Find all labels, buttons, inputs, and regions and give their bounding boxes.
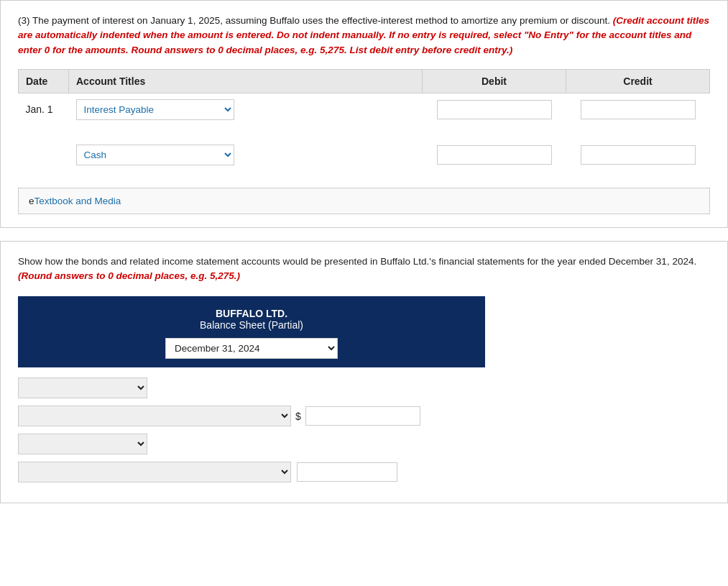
bs-company-name: BUFFALO LTD. xyxy=(32,308,471,319)
section2-plain: Show how the bonds and related income st… xyxy=(18,256,696,267)
bs-row-3: Long-term Liabilities Current Liabilitie… xyxy=(18,434,485,454)
account-title-cell-2: Cash Interest Payable No Entry Interest … xyxy=(69,138,423,171)
balance-sheet-body: Long-term Liabilities Current Liabilitie… xyxy=(18,377,485,482)
bs-section-select-2[interactable]: Long-term Liabilities Current Liabilitie… xyxy=(18,434,147,454)
entry-date-1: Jan. 1 xyxy=(19,93,69,126)
bs-section-select-1[interactable]: Long-term Liabilities Current Liabilitie… xyxy=(18,377,147,398)
bs-amount-input-1[interactable] xyxy=(305,406,420,426)
debit-input-2[interactable] xyxy=(437,145,552,165)
etextbook-label-textbook: Textbook and Media xyxy=(34,196,121,206)
etextbook-media-link[interactable]: eTextbook and Media xyxy=(18,188,710,214)
debit-input-1[interactable] xyxy=(437,100,552,119)
balance-sheet-header: BUFFALO LTD. Balance Sheet (Partial) Dec… xyxy=(18,296,485,367)
journal-table: Date Account Titles Debit Credit Jan. 1 … xyxy=(18,69,710,172)
section2-red: (Round answers to 0 decimal places, e.g.… xyxy=(18,270,240,281)
col-debit: Debit xyxy=(423,69,566,93)
debit-cell-1 xyxy=(423,93,566,126)
credit-cell-1 xyxy=(566,93,710,126)
debit-cell-2 xyxy=(423,138,566,171)
col-account-titles: Account Titles xyxy=(69,69,423,93)
credit-input-1[interactable] xyxy=(581,100,696,119)
etextbook-label-prefix: e xyxy=(29,196,34,206)
credit-input-2[interactable] xyxy=(581,145,696,165)
section-balance-sheet: Show how the bonds and related income st… xyxy=(0,241,728,504)
col-credit: Credit xyxy=(566,69,710,93)
bs-account-select-1[interactable]: Bonds Payable Premium on Bonds Payable D… xyxy=(18,406,291,426)
credit-cell-2 xyxy=(566,138,710,171)
bs-report-title: Balance Sheet (Partial) xyxy=(32,319,471,331)
section2-instruction: Show how the bonds and related income st… xyxy=(18,255,710,284)
col-date: Date xyxy=(19,69,69,93)
account-select-1[interactable]: Interest Payable Cash No Entry Interest … xyxy=(76,99,234,120)
section-journal-entry: (3) The payment of interest on January 1… xyxy=(0,0,728,228)
account-title-cell-1: Interest Payable Cash No Entry Interest … xyxy=(69,93,423,126)
instruction-plain: (3) The payment of interest on January 1… xyxy=(18,15,610,26)
bs-row-4: Bonds Payable Premium on Bonds Payable D… xyxy=(18,462,485,482)
bs-amount-input-2[interactable] xyxy=(297,462,397,482)
bs-date-select[interactable]: December 31, 2024 December 31, 2023 xyxy=(165,338,338,359)
bs-row-1: Long-term Liabilities Current Liabilitie… xyxy=(18,377,485,398)
table-row: Cash Interest Payable No Entry Interest … xyxy=(19,138,710,171)
instruction-text: (3) The payment of interest on January 1… xyxy=(18,14,710,58)
table-row: Jan. 1 Interest Payable Cash No Entry In… xyxy=(19,93,710,126)
dollar-sign-1: $ xyxy=(295,411,301,422)
account-select-2[interactable]: Cash Interest Payable No Entry Interest … xyxy=(76,145,234,165)
entry-date-2 xyxy=(19,138,69,171)
bs-account-select-2[interactable]: Bonds Payable Premium on Bonds Payable D… xyxy=(18,462,291,482)
bs-row-2: Bonds Payable Premium on Bonds Payable D… xyxy=(18,406,485,426)
